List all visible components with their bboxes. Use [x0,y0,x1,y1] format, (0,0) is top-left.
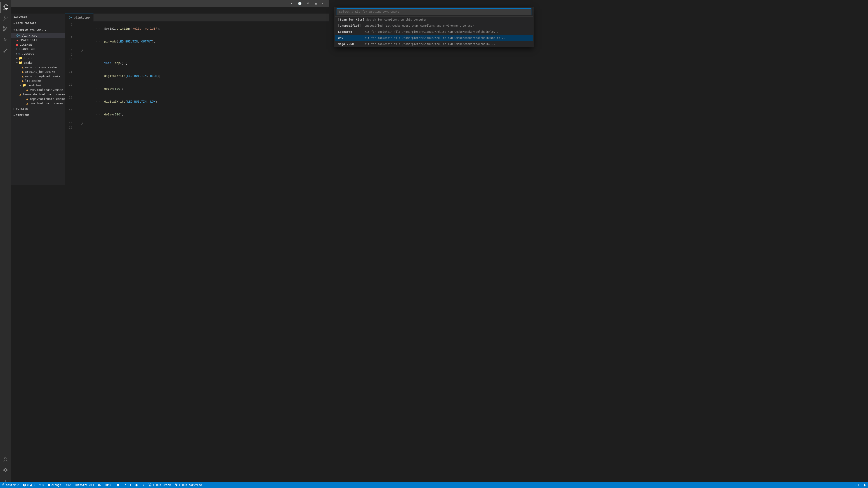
files-icon [3,4,8,10]
explorer-header[interactable]: EXPLORER [11,13,65,20]
code-line-8: 8 } [65,48,329,53]
code-line-7: 7 ··· pinMode(LED_BUILTIN, OUTPUT); [65,35,329,48]
tab-blink-cpp[interactable]: C+ blink.cpp [65,13,94,22]
timeline-label: TIMELINE [16,114,30,117]
toolchain-file-icon-4: ▲ [26,101,28,105]
cmake-file-icon-1: ▲ [22,65,24,69]
search-icon [3,15,8,21]
file-blink-cpp[interactable]: C+ blink.cpp [11,33,65,38]
build-folder-icon: 📁 [19,56,22,60]
fork-button[interactable]: ⑂ [305,0,311,6]
code-line-9: 9 [65,53,329,57]
title-bar: ⬇ 🕐 ⑂ ▣ ··· [0,0,329,7]
file-avr-toolchain-cmake[interactable]: ▲ avr.toolchain.cmake [11,88,65,92]
tab-blink-cpp-label: blink.cpp [74,16,90,19]
toolchain-file-icon-3: ▲ [26,97,28,101]
code-line-12: 12 ··· delay(500); [65,83,329,95]
code-line-14: 14 ··· delay(500); [65,108,329,121]
timeline-header[interactable]: ▶ TIMELINE [11,112,65,119]
open-editors-chevron: ▶ [13,22,15,25]
activity-explorer[interactable] [0,2,11,13]
file-arduino-upload-cmake[interactable]: ▲ arduino_upload.cmake [11,74,65,78]
cmake-folder-icon: 📁 [19,61,22,64]
editor-tabs: C+ blink.cpp [65,13,329,22]
sidebar: EXPLORER ▶ OPEN EDITORS ▼ ARDUINO-AVR-CM… [11,13,65,185]
cmake-chevron: ▼ [16,61,18,64]
vscode-folder-icon: ✉ [19,52,20,55]
activity-run[interactable] [0,34,11,45]
activity-bar: ◉ [0,0,11,185]
toolchain-chevron: ▼ [20,84,21,87]
open-editors-label: OPEN EDITORS [16,22,36,25]
code-line-11: 11 ··· digitalWrite(LED_BUILTIN, HIGH); [65,70,329,83]
history-button[interactable]: 🕐 [297,0,303,6]
extensions-icon [3,48,8,53]
file-mega-toolchain-cmake[interactable]: ▲ mega.toolchain.cmake [11,96,65,101]
open-editors-header[interactable]: ▶ OPEN EDITORS [11,20,65,27]
activity-search[interactable] [0,13,11,24]
cmake-warn-icon: ▲ [16,38,18,42]
file-arduino-hex-cmake[interactable]: ▲ arduino_hex.cmake [11,69,65,74]
run-icon [3,37,8,42]
cmake-file-icon-4: ▲ [22,79,24,83]
build-chevron: ▶ [16,57,18,59]
code-line-13: 13 ··· digitalWrite(LED_BUILTIN, LOW); [65,95,329,108]
license-icon: ■ [16,43,18,46]
code-line-6: 6 ··· Serial.println("Hello, world!"); [65,22,329,35]
file-cmakelists[interactable]: ▲ CMakeLists... [11,38,65,42]
file-leonardo-toolchain-cmake[interactable]: ▲ leonardo.toolchain.cmake [11,92,65,96]
folder-build[interactable]: ▶ 📁 build [11,56,65,60]
layout-button[interactable]: ▣ [313,0,319,6]
outline-header[interactable]: ▶ OUTLINE [11,105,65,112]
file-license[interactable]: ■ LICENSE [11,42,65,47]
folder-cmake[interactable]: ▼ 📁 cmake [11,60,65,65]
download-button[interactable]: ⬇ [288,0,295,6]
code-line-15: 15 } [65,121,329,125]
editor-area: C+ blink.cpp 6 ··· Serial.println("Hello… [65,13,329,185]
explorer-label: EXPLORER [13,15,27,18]
folder-vscode[interactable]: ▶ ✉ .vscode [11,51,65,56]
more-button[interactable]: ··· [321,0,327,6]
timeline-chevron: ▶ [13,114,15,117]
cmake-file-icon-3: ▲ [22,74,24,78]
project-header[interactable]: ▼ ARDUINO-AVR-CMA... [11,27,65,33]
toolchain-folder-icon: 📁 [22,84,26,87]
file-lto-cmake[interactable]: ▲ lto.cmake [11,78,65,83]
activity-source-control[interactable] [0,24,11,34]
activity-extensions[interactable] [0,45,11,56]
file-readme[interactable]: ℹ README.md [11,47,65,51]
code-line-10: 10 ··· void loop() { [65,57,329,70]
outline-label: OUTLINE [16,107,28,110]
file-uno-toolchain-cmake[interactable]: ▲ uno.toolchain.cmake [11,101,65,105]
vscode-chevron: ▶ [16,53,18,55]
toolchain-file-icon-2: ▲ [20,92,21,96]
file-arduino-core-cmake[interactable]: ▲ arduino_core.cmake [11,65,65,69]
folder-toolchain[interactable]: ▼ 📁 toolchain [11,83,65,88]
project-label: ARDUINO-AVR-CMA... [16,29,46,31]
editor-content[interactable]: 6 ··· Serial.println("Hello, world!"); 7… [65,22,329,185]
source-control-icon [3,26,8,32]
tab-cpp-icon: C+ [69,16,72,19]
project-chevron: ▼ [13,29,15,31]
info-icon: ℹ [16,47,18,51]
outline-chevron: ▶ [13,107,15,110]
cpp-icon: C+ [16,34,20,37]
cmake-file-icon-2: ▲ [22,70,24,73]
code-line-16: 16 [65,125,329,130]
toolchain-file-icon-1: ▲ [26,88,28,92]
